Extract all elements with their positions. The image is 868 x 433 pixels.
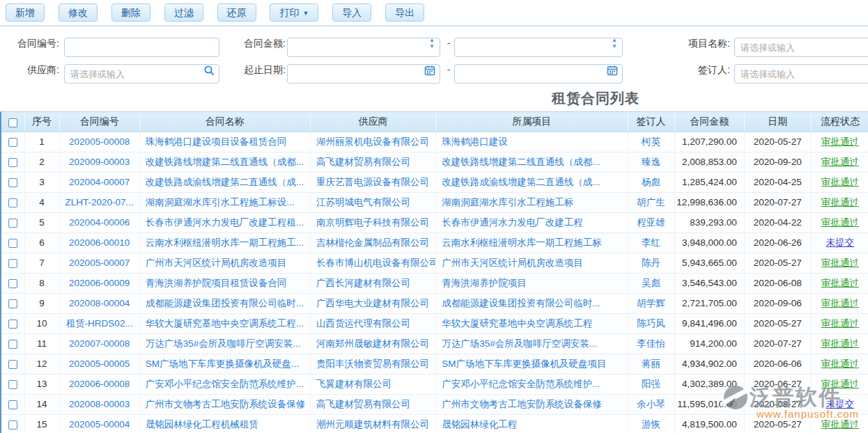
edit-button[interactable]: 修改: [59, 3, 98, 22]
contract-code-link[interactable]: 202005-00008: [59, 132, 139, 152]
rental-contract-page: 新增 修改 删除 过滤 还原 打印▼ 导入 导出 合同编号: 合同金额: ▲▼ …: [0, 0, 868, 433]
filter-button[interactable]: 过滤: [164, 3, 203, 22]
table-row[interactable]: 5202004-00006长春市伊通河水力发电厂改建工程租...南京明辉电子科技…: [1, 212, 868, 233]
contract-name[interactable]: 广州市文物考古工地安防系统设备保修: [139, 394, 310, 414]
contract-name[interactable]: SM广场地下车库更换摄像机及硬盘...: [139, 354, 310, 374]
contract-name[interactable]: 华软大厦研究基地中央空调系统工程...: [139, 313, 310, 333]
status-link[interactable]: 审批通过: [811, 192, 868, 212]
contract-code-link[interactable]: 202008-00004: [59, 293, 139, 313]
status-link[interactable]: 审批通过: [811, 152, 868, 172]
contract-name[interactable]: 云南水利枢纽潜明水库一期工程施工...: [139, 233, 310, 253]
restore-button[interactable]: 还原: [217, 3, 256, 22]
number-spinner-icon[interactable]: ▲▼: [428, 37, 435, 49]
import-button[interactable]: 导入: [332, 3, 371, 22]
supplier-input[interactable]: [64, 64, 219, 84]
table-row[interactable]: 13202006-00008广安邓小平纪念馆安全防范系统维护...飞翼建材有限公…: [1, 374, 868, 394]
calendar-icon[interactable]: [607, 65, 618, 76]
row-checkbox[interactable]: [8, 380, 17, 389]
contract-code-link[interactable]: 202005-00005: [59, 354, 139, 374]
contract-code-link[interactable]: 202006-00010: [59, 233, 139, 253]
table-row[interactable]: 4ZLHT-2020-07...湖南洞庭湖水库引水工程施工标设...江苏明城电气…: [1, 192, 868, 212]
table-row[interactable]: 2202009-00003改建铁路线增建第二线直通线（成都...高飞建材贸易有限…: [1, 152, 868, 172]
contract-name[interactable]: 珠海鹤港口建设项目设备租赁合同: [139, 132, 310, 152]
status-link[interactable]: 未提交: [811, 233, 868, 253]
row-checkbox[interactable]: [8, 138, 17, 147]
contract-no-input[interactable]: [64, 38, 219, 57]
contract-name[interactable]: 广安邓小平纪念馆安全防范系统维护...: [139, 374, 310, 394]
row-checkbox[interactable]: [8, 158, 17, 167]
delete-button[interactable]: 删除: [111, 3, 150, 22]
status-link[interactable]: 审批通过: [811, 354, 868, 374]
table-row[interactable]: 14202008-00003广州市文物考古工地安防系统设备保修高飞建材贸易有限公…: [1, 394, 868, 414]
contract-name[interactable]: 万达广场35#会所及咖啡厅空调安装...: [139, 333, 310, 354]
contract-code-link[interactable]: 202008-00003: [59, 394, 139, 414]
calendar-icon[interactable]: [424, 65, 435, 76]
search-icon[interactable]: [203, 65, 215, 76]
contract-code-link[interactable]: 202004-00006: [59, 212, 139, 233]
row-checkbox[interactable]: [8, 360, 17, 369]
status-link[interactable]: 审批通过: [811, 253, 868, 273]
amount-max-input[interactable]: [454, 38, 623, 57]
number-spinner-icon[interactable]: ▲▼: [611, 37, 618, 49]
row-checkbox[interactable]: [8, 420, 17, 430]
contract-name[interactable]: 改建铁路线增建第二线直通线（成都...: [139, 152, 310, 172]
contract-name[interactable]: 青海洪湖养护院项目租赁设备合同: [139, 273, 310, 293]
status-link[interactable]: 审批通过: [811, 333, 868, 354]
contract-code-link[interactable]: ZLHT-2020-07...: [59, 192, 139, 212]
date-end-input[interactable]: [454, 64, 623, 84]
contract-code-link[interactable]: 202005-00004: [59, 414, 139, 433]
status-link[interactable]: 审批通过: [811, 132, 868, 152]
status-link[interactable]: 审批通过: [811, 313, 868, 333]
print-button[interactable]: 打印▼: [270, 3, 318, 22]
table-row[interactable]: 11202007-00008万达广场35#会所及咖啡厅空调安装...河南郑州晟敏…: [1, 333, 868, 354]
contract-code-link[interactable]: 202006-00009: [59, 273, 139, 293]
contract-name[interactable]: 长春市伊通河水力发电厂改建工程租...: [139, 212, 310, 233]
status-link[interactable]: 审批通过: [811, 273, 868, 293]
row-checkbox[interactable]: [8, 400, 17, 409]
row-checkbox[interactable]: [8, 279, 17, 288]
col-header-date: 日期: [744, 112, 811, 132]
contract-code-link[interactable]: 202004-00007: [59, 172, 139, 192]
export-button[interactable]: 导出: [385, 3, 424, 22]
row-checkbox-cell: [1, 273, 24, 293]
table-row[interactable]: 12202005-00005SM广场地下车库更换摄像机及硬盘...贵阳丰沃物资贸…: [1, 354, 868, 374]
contract-code-link[interactable]: 202005-00007: [59, 253, 139, 273]
table-row[interactable]: 15202005-00004晟铭园林绿化工程机械租赁潮州元顺建筑材料有限公司晟铭…: [1, 414, 868, 433]
date-start-input[interactable]: [287, 64, 440, 84]
contract-code-link[interactable]: 202009-00003: [59, 152, 139, 172]
select-all-checkbox[interactable]: [8, 118, 17, 127]
table-row[interactable]: 8202006-00009青海洪湖养护院项目租赁设备合同广西长河建材有限公司青海…: [1, 273, 868, 293]
status-link[interactable]: 审批通过: [811, 293, 868, 313]
status-link[interactable]: 审批通过: [811, 212, 868, 233]
contract-name[interactable]: 改建铁路成渝线增建第二直通线（成...: [139, 172, 310, 192]
row-checkbox[interactable]: [8, 320, 17, 329]
row-checkbox[interactable]: [8, 198, 17, 207]
amount-min-input[interactable]: [287, 38, 440, 57]
signer-input[interactable]: [734, 64, 868, 84]
contract-name[interactable]: 湖南洞庭湖水库引水工程施工标设...: [139, 192, 310, 212]
table-row[interactable]: 6202006-00010云南水利枢纽潜明水库一期工程施工...吉林楷伦金属制品…: [1, 233, 868, 253]
row-checkbox[interactable]: [8, 219, 17, 228]
contract-code-link[interactable]: 202007-00008: [59, 333, 139, 354]
add-button[interactable]: 新增: [6, 3, 45, 22]
status-link[interactable]: 未提交: [811, 394, 868, 414]
status-link[interactable]: 审批通过: [811, 172, 868, 192]
status-link[interactable]: 审批通过: [811, 414, 868, 433]
row-checkbox[interactable]: [8, 299, 17, 308]
contract-code-link[interactable]: 租赁-HRDS02...: [59, 313, 139, 333]
row-checkbox[interactable]: [8, 259, 17, 268]
contract-name[interactable]: 成都能源建设集团投资有限公司临时...: [139, 293, 310, 313]
row-checkbox[interactable]: [8, 340, 17, 349]
table-row[interactable]: 7202005-00007广州市天河区统计局机房改造项目长春市博山机电设备有限公…: [1, 253, 868, 273]
row-checkbox[interactable]: [8, 178, 17, 187]
contract-name[interactable]: 晟铭园林绿化工程机械租赁: [139, 414, 310, 433]
row-checkbox[interactable]: [8, 239, 17, 248]
contract-code-link[interactable]: 202006-00008: [59, 374, 139, 394]
table-row[interactable]: 9202008-00004成都能源建设集团投资有限公司临时...广西华电大业建材…: [1, 293, 868, 313]
table-row[interactable]: 3202004-00007改建铁路成渝线增建第二直通线（成...重庆艺普电源设备…: [1, 172, 868, 192]
status-link[interactable]: 审批通过: [811, 374, 868, 394]
project-name-input[interactable]: [734, 38, 868, 57]
contract-name[interactable]: 广州市天河区统计局机房改造项目: [139, 253, 310, 273]
table-row[interactable]: 10租赁-HRDS02...华软大厦研究基地中央空调系统工程...山西货运代理有…: [1, 313, 868, 333]
table-row[interactable]: 1202005-00008珠海鹤港口建设项目设备租赁合同湖州丽景机电设备有限公司…: [1, 132, 868, 152]
